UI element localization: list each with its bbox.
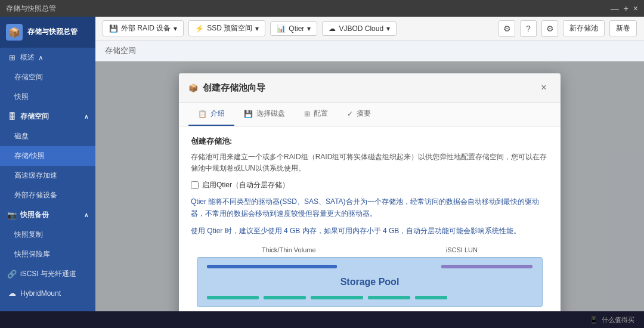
dialog-title-icon: 📦 (188, 83, 198, 92)
minimize-button[interactable]: — (611, 4, 619, 13)
storage-diagram: Thick/Thin Volume iSCSI LUN Storage Pool (191, 246, 549, 311)
sidebar-item-storage-space[interactable]: 存储空间 (0, 67, 95, 87)
dialog-body: 创建存储池: 存储池可用来建立一个或多个RAID组（RAID组可将实体磁盘组织起… (179, 126, 561, 311)
ssd-label: SSD 预留空间 (207, 23, 252, 33)
sidebar-header: 📦 存储与快照总管 (0, 17, 95, 48)
sidebar-item-high-speed-cache[interactable]: 高速缓存加速 (0, 166, 95, 185)
sidebar-item-overview[interactable]: ⊞ 概述 ∧ (0, 48, 95, 67)
hybridmount-label: HybridMount (20, 289, 61, 298)
sidebar-item-label: 概述 (20, 52, 35, 63)
high-speed-cache-label: 高速缓存加速 (14, 171, 57, 181)
storage-section-label: 存储空间 (20, 112, 49, 122)
external-raid-dropdown-icon: ▾ (174, 24, 177, 33)
qtier-checkbox-row: 启用Qtier（自动分层存储） (191, 180, 549, 190)
dialog: 📦 创建存储池向导 × 📋 介绍 💾 选择磁盘 (179, 73, 561, 311)
settings-icon-button[interactable]: ⚙ (499, 20, 515, 37)
main-content: 💾 外部 RAID 设备 ▾ ⚡ SSD 预留空间 ▾ 📊 Qtier ▾ ☁ … (95, 17, 644, 311)
sidebar-item-external-storage[interactable]: 外部存储设备 (0, 185, 95, 205)
storage-section-icon: 🗄 (7, 112, 17, 121)
snapshot-copy-label: 快照复制 (14, 230, 43, 240)
title-bar-text: 存储与快照总管 (6, 4, 56, 14)
qtier-checkbox[interactable] (191, 181, 199, 189)
diagram-bars-bottom (207, 296, 532, 299)
watermark-text: 什么值得买 (602, 315, 634, 324)
new-volume-button[interactable]: 新卷 (609, 20, 637, 36)
bar-teal-4 (368, 296, 410, 299)
qtier-button[interactable]: 📊 Qtier ▾ (270, 21, 317, 36)
content-body: 📦 创建存储池向导 × 📋 介绍 💾 选择磁盘 (95, 61, 644, 311)
intro-tab-label: 介绍 (210, 109, 225, 119)
diagram-labels-top: Thick/Thin Volume iSCSI LUN (197, 246, 543, 253)
new-volume-label: 新卷 (616, 23, 630, 33)
storage-chevron: ∧ (84, 113, 88, 120)
wizard-tab-intro[interactable]: 📋 介绍 (188, 103, 234, 126)
wizard-tabs: 📋 介绍 💾 选择磁盘 ⊞ 配置 ✓ 摘要 (179, 103, 561, 126)
modal-backdrop: 📦 创建存储池向导 × 📋 介绍 💾 选择磁盘 (95, 61, 644, 311)
vjbod-icon: ☁ (329, 24, 336, 33)
vjbod-dropdown-icon: ▾ (386, 24, 390, 33)
wizard-tab-select-disk[interactable]: 💾 选择磁盘 (234, 103, 295, 126)
diagram-bars-top (207, 265, 532, 268)
external-raid-button[interactable]: 💾 外部 RAID 设备 ▾ (103, 20, 184, 36)
bar-blue-top (207, 265, 337, 268)
diagram-label-left: Thick/Thin Volume (262, 246, 315, 253)
sidebar-item-snapshots[interactable]: 快照 (0, 87, 95, 107)
wizard-tab-summary[interactable]: ✓ 摘要 (338, 103, 380, 126)
app-container: 📦 存储与快照总管 ⊞ 概述 ∧ 存储空间 快照 🗄 存储空间 ∧ 磁盘 存储/… (0, 17, 644, 311)
sidebar-item-storage-snapshot[interactable]: 存储/快照 (0, 146, 95, 166)
qtier-info-text2: 使用 Qtier 时，建议至少使用 4 GB 内存，如果可用内存小于 4 GB，… (191, 225, 549, 237)
sidebar-item-iscsi[interactable]: 🔗 iSCSI 与光纤通道 (0, 264, 95, 284)
sidebar-item-disk[interactable]: 磁盘 (0, 126, 95, 146)
external-raid-label: 外部 RAID 设备 (121, 23, 171, 33)
ssd-reserve-button[interactable]: ⚡ SSD 预留空间 ▾ (188, 20, 265, 36)
diagram-label-bottom: RAID (197, 311, 543, 311)
watermark-icon: 📱 (590, 316, 598, 324)
external-storage-label: 外部存储设备 (14, 190, 57, 200)
close-button[interactable]: × (633, 4, 638, 13)
hybridmount-icon: ☁ (7, 289, 17, 298)
new-storage-label: 新存储池 (569, 23, 598, 33)
sidebar-section-snapshot-backup[interactable]: 📷 快照备份 ∧ (0, 205, 95, 225)
ssd-icon: ⚡ (195, 24, 204, 33)
bar-gap (342, 265, 436, 268)
ssd-dropdown-icon: ▾ (255, 24, 259, 33)
overview-chevron: ∧ (38, 54, 44, 62)
dialog-title: 创建存储池向导 (203, 82, 532, 94)
paragraph1: 存储池可用来建立一个或多个RAID组（RAID组可将实体磁盘组织起来）以供您弹性… (191, 151, 549, 174)
sidebar-item-snapshot-copy[interactable]: 快照复制 (0, 225, 95, 245)
new-storage-button[interactable]: 新存储池 (563, 20, 605, 36)
qtier-checkbox-label[interactable]: 启用Qtier（自动分层存储） (202, 180, 289, 190)
title-bar: 存储与快照总管 — + × (0, 0, 644, 17)
config-tab-icon: ⊞ (304, 110, 310, 118)
sidebar-item-hybridmount[interactable]: ☁ HybridMount (0, 284, 95, 302)
storage-snapshot-label: 存储/快照 (14, 151, 45, 161)
qtier-label: Qtier (289, 24, 304, 33)
select-disk-tab-icon: 💾 (244, 110, 253, 118)
diagram-pool-container: Storage Pool (197, 257, 543, 307)
config-icon-button[interactable]: ⚙ (541, 20, 558, 37)
bottom-bar: 📱 什么值得买 (0, 311, 644, 328)
wizard-tab-config[interactable]: ⊞ 配置 (295, 103, 338, 126)
maximize-button[interactable]: + (624, 4, 628, 13)
breadcrumb: 存储空间 (105, 46, 136, 55)
dialog-close-button[interactable]: × (537, 81, 551, 95)
sidebar-section-storage[interactable]: 🗄 存储空间 ∧ (0, 107, 95, 126)
disk-label: 磁盘 (14, 131, 29, 141)
iscsi-label: iSCSI 与光纤通道 (20, 269, 76, 279)
vjbod-button[interactable]: ☁ VJBOD Cloud ▾ (322, 21, 397, 36)
sidebar-item-snapshot-vault[interactable]: 快照保险库 (0, 245, 95, 264)
config-tab-label: 配置 (314, 109, 328, 119)
summary-tab-label: 摘要 (357, 109, 371, 119)
snapshot-backup-chevron: ∧ (84, 212, 88, 218)
snapshots-label: 快照 (14, 92, 29, 102)
external-raid-icon: 💾 (109, 24, 118, 33)
sidebar-app-title: 存储与快照总管 (27, 27, 78, 37)
bar-teal-3 (311, 296, 363, 299)
help-icon-button[interactable]: ? (520, 20, 537, 37)
top-toolbar: 💾 外部 RAID 设备 ▾ ⚡ SSD 预留空间 ▾ 📊 Qtier ▾ ☁ … (95, 17, 644, 41)
page-header: 存储空间 (95, 41, 644, 61)
summary-tab-icon: ✓ (347, 110, 353, 118)
app-icon: 📦 (6, 24, 23, 41)
vjbod-label: VJBOD Cloud (339, 24, 383, 33)
storage-space-label: 存储空间 (14, 72, 43, 82)
